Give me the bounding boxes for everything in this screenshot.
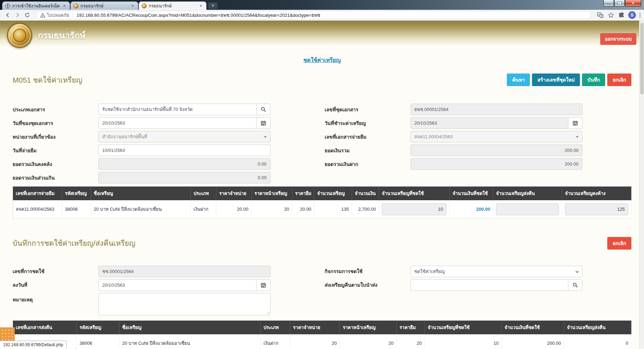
pay-date-input[interactable] (411, 117, 569, 129)
field-label: เลขที่เอกสารจ่ายยืม (325, 133, 411, 141)
col-header: รหัสเหรียญ (62, 187, 91, 201)
col-header: จำนวนเหรียญที่ชดใช้ (379, 187, 450, 201)
svg-text:文: 文 (601, 14, 603, 17)
treasury-total-input (98, 158, 271, 170)
return-slip-field: ส่งเหรียญคืนตามใบนำส่ง (325, 279, 583, 291)
maximize-icon (618, 2, 621, 5)
cancel-recoup-button[interactable]: ยกเลิก (607, 237, 631, 250)
col-header: จำนวนเหรียญที่ชดใช้ (425, 320, 501, 334)
col-header: ราคาหน้าเหรียญ (340, 320, 397, 334)
minimize-button[interactable] (603, 0, 614, 7)
close-icon[interactable]: × (198, 4, 203, 8)
loan-doc-no-select[interactable]: สจค11.00004/2563 (411, 131, 583, 142)
doc-type-input[interactable] (98, 104, 257, 115)
logout-button[interactable]: ออกจากระบบ (600, 33, 636, 45)
page-link[interactable]: ชดใช้ค่าเหรียญ (303, 57, 341, 63)
close-window-button[interactable]: ✕ (625, 0, 641, 7)
chevron-down-icon (264, 136, 267, 138)
col-header: รหัสเหรียญ (77, 320, 119, 334)
close-icon[interactable]: × (130, 4, 135, 8)
activity-select[interactable]: ชดใช้ค่าเหรียญ (411, 266, 583, 277)
security-status[interactable]: ไม่ปลอดภัย (40, 12, 69, 19)
col-header: จำนวนเหรียญ (314, 187, 352, 201)
return-slip-input[interactable] (411, 279, 569, 291)
recoup-no-field: เลขที่การชดใช้ (13, 266, 271, 277)
section2-form: เลขที่การชดใช้ ลงวันที่ (13, 266, 631, 317)
calendar-button[interactable] (568, 117, 582, 129)
selected-value: สจค11.00004/2563 (414, 133, 453, 140)
forward-button[interactable] (13, 11, 22, 19)
close-icon: ✕ (631, 1, 635, 6)
translate-icon[interactable]: G文 (597, 12, 604, 19)
calendar-icon (573, 120, 578, 126)
cell-recoup-amount: 200.00 (449, 200, 493, 218)
field-label: วันที่จ่ายยืม (13, 147, 98, 154)
new-tab-button[interactable]: + (208, 2, 217, 9)
calendar-button[interactable] (257, 279, 271, 291)
extensions-puzzle-icon[interactable] (618, 12, 625, 19)
col-header: จำนวนเหรียญส่งคืน (493, 187, 562, 201)
security-label: ไม่ปลอดภัย (47, 12, 69, 19)
search-button[interactable]: ค้นหา (507, 74, 530, 86)
activity-field: กิจกรรมการชดใช้ ชดใช้ค่าเหรียญ (325, 266, 583, 277)
table-header-row: เลขที่เอกสารจ่ายยืม รหัสเหรียญ ชื่อเหรีย… (13, 187, 631, 201)
cancel-button[interactable]: ยกเลิก (607, 74, 631, 86)
loan-doc-no-field: เลขที่เอกสารจ่ายยืม สจค11.00004/2563 (325, 131, 583, 142)
cell-return-qty (493, 200, 562, 218)
col-header: จำนวนเหรียญคงค้าง (562, 187, 631, 201)
page-content: ชดใช้ค่าเหรียญ M051 ชดใช้ค่าเหรียญ ค้นหา… (0, 56, 644, 349)
calendar-icon (261, 120, 266, 126)
col-header: ชื่อเหรียญ (91, 187, 190, 201)
site-header: กรมธนารักษ์ ออกจากระบบ (0, 21, 644, 47)
browser-window: การเข้าใช้งานอินเตอร์เน็ต × กรมธนารักษ์ … (0, 0, 644, 349)
col-header: จำนวนเงินที่ชดใช้ (502, 320, 564, 334)
tab-treasury-active[interactable]: กรมธนารักษ์ × (139, 1, 206, 10)
close-icon[interactable]: × (62, 4, 67, 8)
recoup-qty-input[interactable] (382, 203, 447, 215)
calendar-button[interactable] (257, 117, 271, 129)
col-header: เลขที่เอกสารส่งคืน (13, 320, 77, 334)
browser-menu-icon[interactable] (639, 13, 640, 18)
tab-treasury-1[interactable]: กรมธนารักษ์ × (70, 1, 138, 10)
refresh-button[interactable] (23, 11, 31, 19)
cell-loan-price: 20.00 (292, 200, 314, 218)
scrollbar-thumb[interactable] (640, 23, 644, 95)
return-qty-input[interactable] (496, 203, 559, 215)
recoup-date-input[interactable] (98, 279, 257, 291)
page-scrollbar[interactable] (639, 21, 644, 349)
table-header-row: เลขที่เอกสารส่งคืน รหัสเหรียญ ชื่อเหรียญ… (13, 320, 631, 334)
address-bar[interactable]: ไม่ปลอดภัย 192.168.60.55:6799/AC/ACRecou… (36, 11, 591, 19)
doc-type-search-button[interactable] (257, 104, 271, 115)
cell-remaining-qty (562, 200, 631, 218)
remark-field: หมายเหตุ (13, 293, 271, 315)
tab-internet-usage[interactable]: การเข้าใช้งานอินเตอร์เน็ต × (2, 1, 70, 10)
maximize-button[interactable] (614, 0, 625, 7)
remaining-qty-input[interactable] (565, 203, 628, 215)
bookmark-star-icon[interactable] (607, 12, 614, 19)
tab-title: กรมธนารักษ์ (80, 2, 130, 9)
toolbar-actions: G文 S (595, 11, 640, 19)
cell-face-value: 20 (251, 200, 292, 218)
profile-avatar[interactable]: S (628, 11, 636, 19)
cell-return-qty: 0 (564, 334, 631, 349)
page-viewport: กรมธนารักษ์ ออกจากระบบ ชดใช้ค่าเหรียญ M0… (0, 21, 644, 349)
seal-icon (74, 4, 78, 8)
cell-coin-qty: 135 (314, 200, 352, 218)
create-new-set-button[interactable]: สร้างเลขที่ชุดใหม่ (532, 74, 580, 86)
loan-date-input[interactable] (98, 145, 271, 156)
cell-face-value: 20 (340, 334, 397, 349)
back-button[interactable] (4, 11, 12, 19)
deposit-total-input (411, 158, 583, 170)
col-header: ประเภท (190, 187, 216, 201)
field-label: เลขที่ชุดเอกสาร (325, 106, 411, 113)
doc-set-no-field: เลขที่ชุดเอกสาร (325, 104, 583, 115)
return-slip-search-button[interactable] (568, 279, 582, 291)
doc-set-date-input[interactable] (98, 117, 257, 129)
remark-textarea[interactable] (98, 293, 271, 315)
related-org-select[interactable]: สำนักงานธนารักษ์พื้นที่ (98, 131, 271, 142)
table-row: สจค11.00004/2563 38006 20 บาท CuNi ปีสิ่… (13, 200, 631, 218)
field-label: ยอดรวมเงินส่วนเกิน (13, 174, 98, 182)
search-icon (261, 107, 266, 112)
excess-total-input (98, 172, 271, 183)
save-button[interactable]: บันทึก (582, 74, 605, 86)
